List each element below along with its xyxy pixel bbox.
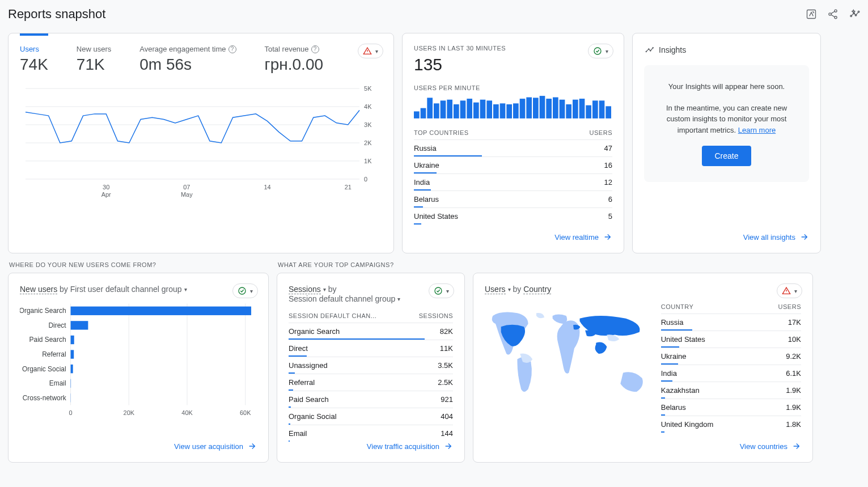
table-row[interactable]: Referral2.5K <box>289 374 453 391</box>
svg-rect-41 <box>506 104 512 118</box>
svg-rect-52 <box>579 99 585 118</box>
svg-point-61 <box>239 287 245 294</box>
svg-rect-77 <box>71 350 74 358</box>
realtime-card: ▾ USERS IN LAST 30 MINUTES 135 USERS PER… <box>402 33 624 253</box>
metric-new-users[interactable]: New users71K <box>77 45 111 74</box>
table-row[interactable]: India6.1K <box>661 365 801 382</box>
svg-text:60K: 60K <box>240 409 251 416</box>
table-row[interactable]: Kazakhstan1.9K <box>661 382 801 399</box>
page-header: Reports snapshot <box>0 0 868 33</box>
svg-text:5K: 5K <box>364 85 372 92</box>
users-trend-card: ▾ Users74KNew users71KAverage engagement… <box>8 33 394 253</box>
country-table-head: COUNTRY USERS <box>661 300 801 314</box>
realtime-countries-head: TOP COUNTRIES USERS <box>414 126 612 139</box>
table-row[interactable]: United Kingdom1.8K <box>661 416 801 433</box>
campaigns-title[interactable]: Sessions by Session default channel grou… <box>289 285 453 303</box>
svg-rect-75 <box>71 336 74 344</box>
quality-chip[interactable]: ▾ <box>358 44 383 58</box>
svg-text:0: 0 <box>364 176 367 183</box>
svg-rect-71 <box>71 307 251 315</box>
svg-rect-29 <box>427 98 433 118</box>
table-row[interactable]: United States5 <box>414 207 612 225</box>
view-traffic-link[interactable]: View traffic acquisition <box>289 442 453 451</box>
svg-rect-50 <box>566 104 571 118</box>
insights-icon[interactable] <box>849 9 860 20</box>
table-row[interactable]: Ukraine16 <box>414 156 612 173</box>
per-minute-label: USERS PER MINUTE <box>414 84 612 91</box>
svg-rect-49 <box>560 100 565 118</box>
table-row[interactable]: Unassigned3.5K <box>289 357 453 374</box>
insights-title: Insights <box>644 45 809 55</box>
svg-rect-30 <box>434 103 439 118</box>
table-row[interactable]: Belarus6 <box>414 190 612 207</box>
share-icon[interactable] <box>827 9 839 20</box>
svg-rect-32 <box>447 100 452 118</box>
svg-rect-53 <box>586 105 591 118</box>
realtime-value: 135 <box>414 55 612 74</box>
view-realtime-link[interactable]: View realtime <box>414 232 612 242</box>
quality-chip[interactable]: ▾ <box>429 283 454 298</box>
svg-rect-48 <box>553 98 558 118</box>
metric-average-engagement-time[interactable]: Average engagement time ?0m 56s <box>139 45 236 74</box>
table-row[interactable]: Organic Search82K <box>289 323 453 340</box>
svg-text:Direct: Direct <box>48 321 66 329</box>
svg-rect-43 <box>520 99 526 118</box>
svg-text:1K: 1K <box>364 158 372 164</box>
metrics-row: Users74KNew users71KAverage engagement t… <box>20 45 382 74</box>
svg-rect-39 <box>493 104 499 118</box>
svg-rect-40 <box>500 103 506 118</box>
users-country-title[interactable]: Users by Country <box>485 285 801 294</box>
view-insights-link[interactable]: View all insights <box>644 232 809 242</box>
header-actions <box>806 9 860 20</box>
table-row[interactable]: Russia17K <box>661 314 801 331</box>
quality-chip[interactable]: ▾ <box>232 283 258 298</box>
metric-users[interactable]: Users74K <box>20 33 48 74</box>
svg-rect-54 <box>592 100 598 118</box>
table-row[interactable]: Email144 <box>289 425 453 442</box>
svg-text:4K: 4K <box>364 103 372 110</box>
svg-text:Apr: Apr <box>101 191 111 198</box>
country-table: Russia17KUnited States10KUkraine9.2KIndi… <box>661 314 801 433</box>
realtime-title: USERS IN LAST 30 MINUTES <box>414 45 612 52</box>
svg-rect-51 <box>573 100 578 118</box>
view-acquisition-link[interactable]: View user acquisition <box>20 442 257 451</box>
users-line-chart: 01K2K3K4K5K30Apr07May1421 <box>20 83 382 202</box>
svg-text:20K: 20K <box>124 409 135 416</box>
create-button[interactable]: Create <box>702 146 751 166</box>
acquisition-title[interactable]: New users by First user default channel … <box>20 285 257 294</box>
svg-text:Organic Search: Organic Search <box>20 307 66 315</box>
svg-rect-81 <box>71 379 71 388</box>
svg-rect-55 <box>599 100 605 118</box>
svg-rect-56 <box>606 106 611 118</box>
table-row[interactable]: Paid Search921 <box>289 391 453 408</box>
insights-card: Insights Your Insights will appear here … <box>632 33 821 253</box>
quality-chip[interactable]: ▾ <box>588 44 613 58</box>
svg-text:Email: Email <box>49 379 66 387</box>
svg-rect-36 <box>473 103 479 118</box>
svg-rect-27 <box>414 111 420 118</box>
table-row[interactable]: Ukraine9.2K <box>661 348 801 365</box>
learn-more-link[interactable]: Learn more <box>738 126 776 134</box>
svg-text:0: 0 <box>69 409 73 416</box>
table-row[interactable]: Russia47 <box>414 139 612 156</box>
customize-icon[interactable] <box>806 9 817 20</box>
insights-empty-box: Your Insights will appear here soon. In … <box>644 65 809 182</box>
svg-rect-46 <box>540 96 545 118</box>
svg-rect-37 <box>480 100 486 118</box>
svg-rect-31 <box>441 100 446 118</box>
table-row[interactable]: Belarus1.9K <box>661 399 801 416</box>
table-row[interactable]: India12 <box>414 173 612 190</box>
realtime-countries-table: Russia47Ukraine16India12Belarus6United S… <box>414 139 612 225</box>
svg-text:Cross-network: Cross-network <box>23 394 66 402</box>
metric-total-revenue[interactable]: Total revenue ?грн.0.00 <box>265 45 324 74</box>
table-row[interactable]: Organic Social404 <box>289 408 453 425</box>
svg-rect-33 <box>454 104 459 118</box>
quality-chip[interactable]: ▾ <box>777 283 802 298</box>
view-countries-link[interactable]: View countries <box>485 442 801 451</box>
acquisition-card: ▾ New users by First user default channe… <box>8 273 269 463</box>
svg-text:21: 21 <box>345 184 352 190</box>
svg-rect-42 <box>513 103 519 118</box>
table-row[interactable]: United States10K <box>661 331 801 348</box>
svg-rect-34 <box>460 100 466 118</box>
table-row[interactable]: Direct11K <box>289 340 453 357</box>
